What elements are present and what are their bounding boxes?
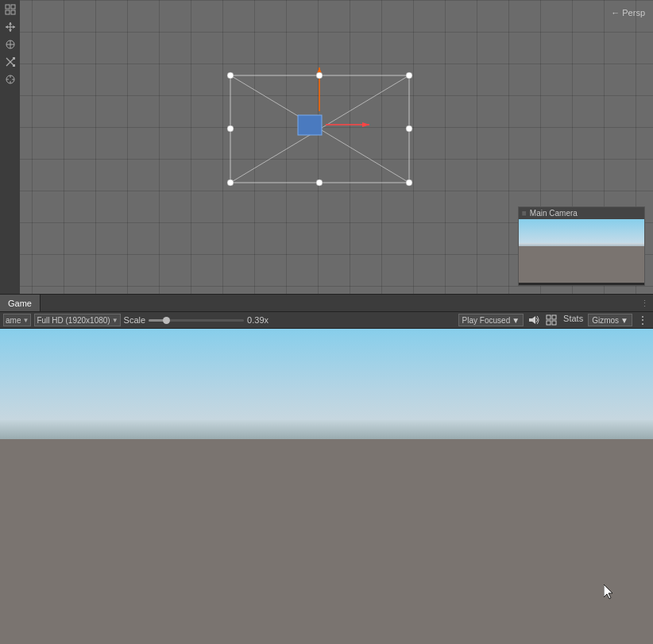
svg-rect-1: [11, 5, 15, 9]
game-view: [0, 329, 653, 644]
scene-toolbar-left: [0, 0, 20, 294]
scale-slider-fill: [149, 319, 164, 322]
play-focused-button[interactable]: Play Focused ▼: [458, 314, 524, 326]
persp-label: ← Persp: [611, 8, 645, 17]
display-label: ame: [6, 316, 21, 325]
gizmos-arrow: ▼: [620, 316, 628, 325]
game-tab[interactable]: Game: [0, 295, 41, 311]
svg-marker-29: [362, 122, 369, 127]
move-tool-icon[interactable]: [2, 19, 18, 35]
display-select[interactable]: ame ▼: [3, 314, 31, 326]
svg-marker-7: [9, 29, 12, 32]
svg-marker-8: [6, 25, 8, 29]
scene-view: ← Persp ≡ Main Camera: [0, 0, 653, 294]
svg-point-37: [406, 125, 412, 132]
main-camera-view: [519, 219, 644, 283]
game-view-content: [0, 329, 653, 644]
camera-panel-icon: ≡: [522, 209, 527, 218]
sky-area: [0, 329, 653, 430]
svg-marker-6: [9, 22, 12, 25]
resolution-arrow: ▼: [112, 317, 118, 324]
camera-frustum-svg: [222, 67, 421, 191]
horizon-area: [0, 420, 653, 439]
svg-point-30: [227, 72, 234, 79]
svg-rect-39: [547, 315, 551, 319]
resolution-select[interactable]: Full HD (1920x1080) ▼: [34, 314, 120, 326]
game-toolbar: ame ▼ Full HD (1920x1080) ▼ Scale 0.39x …: [0, 311, 653, 329]
gizmos-button[interactable]: Gizmos ▼: [588, 314, 632, 326]
svg-rect-2: [6, 10, 10, 14]
panel-tabs: Game ⋮: [0, 294, 653, 311]
svg-marker-43: [604, 584, 612, 599]
hand-tool-icon[interactable]: [2, 2, 18, 17]
more-options-button[interactable]: ⋮: [636, 314, 650, 326]
stats-button[interactable]: Stats: [562, 314, 585, 326]
audio-button[interactable]: [527, 314, 541, 326]
panel-more-icon[interactable]: ⋮: [640, 298, 649, 308]
svg-marker-9: [13, 25, 15, 29]
display-arrow: ▼: [22, 317, 29, 324]
svg-point-33: [406, 179, 412, 186]
svg-marker-38: [529, 316, 535, 324]
gizmos-label: Gizmos: [592, 316, 619, 325]
scale-knob: [163, 317, 170, 324]
svg-rect-3: [11, 10, 15, 14]
svg-rect-16: [13, 57, 15, 60]
scale-container: Scale 0.39x: [124, 315, 276, 325]
ground-area: [0, 439, 653, 644]
resolution-label: Full HD (1920x1080): [37, 316, 110, 325]
play-focused-arrow: ▼: [512, 316, 520, 325]
camera-panel-label: Main Camera: [530, 209, 578, 218]
play-focused-label: Play Focused: [462, 316, 511, 325]
scale-slider[interactable]: [149, 319, 244, 322]
svg-rect-41: [547, 321, 551, 325]
svg-rect-14: [13, 64, 15, 67]
svg-rect-40: [552, 315, 556, 319]
svg-point-31: [406, 72, 412, 79]
svg-point-34: [316, 72, 323, 79]
svg-point-36: [227, 125, 234, 132]
rotate-tool-icon[interactable]: [2, 37, 18, 52]
scale-value: 0.39x: [247, 315, 275, 325]
cursor-indicator: [604, 584, 615, 600]
svg-rect-0: [6, 5, 10, 9]
svg-rect-42: [552, 321, 556, 325]
transform-tool-icon[interactable]: [2, 71, 18, 87]
svg-rect-25: [298, 115, 322, 135]
scale-tool-icon[interactable]: [2, 54, 18, 70]
svg-point-35: [316, 179, 323, 186]
scale-label: Scale: [124, 315, 146, 325]
main-camera-panel: ≡ Main Camera: [518, 206, 645, 286]
grid-button[interactable]: [544, 314, 558, 326]
main-camera-title: ≡ Main Camera: [519, 207, 644, 219]
svg-point-32: [227, 179, 234, 186]
